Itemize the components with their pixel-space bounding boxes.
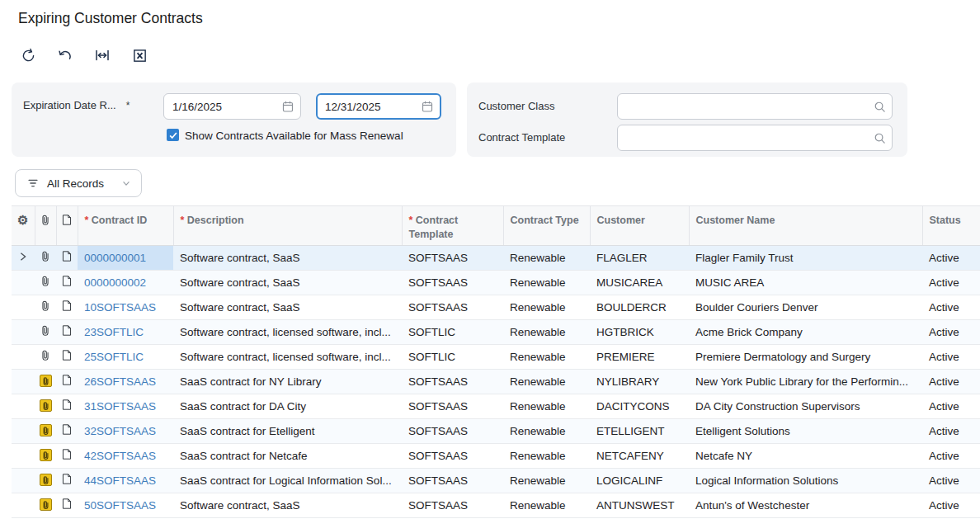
cell-contract-type[interactable]: Renewable — [503, 295, 590, 319]
cell-status[interactable]: Active — [922, 270, 980, 295]
cell-contract-template[interactable]: SOFTSAAS — [402, 468, 503, 493]
note-icon-button[interactable] — [61, 277, 73, 290]
table-row[interactable]: 25SOFTLICSoftware contract, licensed sof… — [12, 344, 980, 369]
attachment-cell[interactable] — [35, 245, 56, 270]
contract-id-link[interactable]: 50SOFTSAAS — [84, 499, 156, 512]
cell-status[interactable]: Active — [922, 319, 980, 344]
cell-contract-id[interactable]: 0000000001 — [78, 245, 173, 270]
table-row[interactable]: 44SOFTSAASSaaS contract for Logical Info… — [12, 468, 980, 493]
cell-customer[interactable]: ETELLIGENT — [590, 418, 689, 443]
attachment-icon[interactable] — [40, 327, 51, 339]
row-expander-cell[interactable] — [12, 245, 35, 270]
attachment-icon[interactable] — [40, 302, 51, 314]
cell-customer[interactable]: LOGICALINF — [590, 468, 689, 493]
cell-status[interactable]: Active — [922, 443, 980, 468]
table-row[interactable]: 32SOFTSAASSaaS contract for EtelligentSO… — [12, 418, 980, 443]
column-header-customer[interactable]: Customer — [590, 206, 689, 246]
customer-class-input[interactable] — [618, 101, 867, 113]
cell-contract-id[interactable]: 50SOFTSAAS — [78, 493, 173, 517]
cell-status[interactable]: Active — [922, 493, 980, 517]
cell-status[interactable]: Active — [922, 369, 980, 394]
cell-description[interactable]: Software contract, SaaS — [173, 245, 402, 270]
cell-contract-template[interactable]: SOFTLIC — [402, 344, 503, 369]
contract-template-input[interactable] — [618, 132, 867, 144]
note-cell[interactable] — [56, 245, 78, 270]
contract-id-link[interactable]: 32SOFTSAAS — [84, 425, 156, 437]
cell-contract-template[interactable]: SOFTSAAS — [402, 493, 503, 517]
note-icon-button[interactable] — [61, 352, 73, 364]
note-cell[interactable] — [56, 270, 78, 295]
cell-customer[interactable]: NYLIBRARY — [590, 369, 689, 394]
column-header-contract-template[interactable]: * Contract Template — [402, 206, 503, 246]
cell-customer-name[interactable]: Premiere Dermatology and Surgery — [689, 344, 922, 369]
table-row[interactable]: 0000000001Software contract, SaaSSOFTSAA… — [12, 245, 980, 270]
attachment-icon[interactable] — [40, 277, 51, 290]
cell-description[interactable]: SaaS contract for Logical Information So… — [173, 468, 402, 493]
cell-contract-id[interactable]: 25SOFTLIC — [78, 344, 173, 369]
contract-template-lookup-button[interactable] — [867, 125, 892, 150]
cell-contract-id[interactable]: 23SOFTLIC — [78, 319, 173, 344]
note-icon-button[interactable] — [61, 302, 73, 314]
note-cell[interactable] — [56, 369, 78, 394]
attachment-cell[interactable] — [35, 295, 56, 319]
note-icon-button[interactable] — [61, 252, 73, 265]
note-cell[interactable] — [56, 394, 78, 418]
table-row[interactable]: 10SOFTSAASSoftware contract, SaaSSOFTSAA… — [12, 295, 980, 319]
cell-contract-id[interactable]: 10SOFTSAAS — [78, 295, 173, 319]
cell-status[interactable]: Active — [922, 468, 980, 493]
cell-contract-template[interactable]: SOFTSAAS — [402, 418, 503, 443]
attachment-cell[interactable] — [35, 443, 56, 468]
contract-id-link[interactable]: 23SOFTLIC — [84, 326, 144, 338]
cell-contract-id[interactable]: 42SOFTSAAS — [78, 443, 173, 468]
attachment-icon[interactable] — [40, 252, 51, 265]
cell-contract-id[interactable]: 0000000002 — [78, 270, 173, 295]
cell-description[interactable]: Software contract, SaaS — [173, 493, 402, 517]
cell-contract-template[interactable]: SOFTSAAS — [402, 295, 503, 319]
cell-contract-type[interactable]: Renewable — [503, 468, 590, 493]
contract-id-link[interactable]: 10SOFTSAAS — [84, 301, 156, 314]
attachment-cell[interactable] — [35, 319, 56, 344]
note-icon-button[interactable] — [61, 376, 73, 389]
attachment-cell[interactable] — [35, 394, 56, 418]
note-cell[interactable] — [56, 319, 78, 344]
attachment-filled-icon[interactable] — [40, 449, 52, 461]
contract-id-link[interactable]: 26SOFTSAAS — [84, 375, 156, 388]
cell-contract-id[interactable]: 31SOFTSAAS — [78, 394, 173, 418]
cell-contract-template[interactable]: SOFTSAAS — [402, 443, 503, 468]
grid-settings-header[interactable]: ⚙ — [12, 206, 35, 246]
cell-contract-template[interactable]: SOFTSAAS — [402, 245, 503, 270]
cell-customer[interactable]: HGTBRICK — [590, 319, 689, 344]
cell-status[interactable]: Active — [922, 418, 980, 443]
cell-customer-name[interactable]: Etelligent Solutions — [689, 418, 922, 443]
column-header-contract-type[interactable]: Contract Type — [503, 206, 590, 246]
cell-status[interactable]: Active — [922, 295, 980, 319]
attachment-filled-icon[interactable] — [40, 474, 52, 486]
cell-contract-template[interactable]: SOFTSAAS — [402, 394, 503, 418]
cell-customer[interactable]: BOULDERCR — [590, 295, 689, 319]
note-cell[interactable] — [56, 468, 78, 493]
cell-description[interactable]: Software contract, licensed software, in… — [173, 319, 402, 344]
cell-contract-type[interactable]: Renewable — [503, 319, 590, 344]
mass-renewal-checkbox[interactable] — [167, 129, 179, 141]
column-header-contract-id[interactable]: * Contract ID — [78, 206, 173, 246]
attachment-cell[interactable] — [35, 344, 56, 369]
table-row[interactable]: 23SOFTLICSoftware contract, licensed sof… — [12, 319, 980, 344]
date-to-input[interactable] — [318, 101, 415, 113]
attachment-filled-icon[interactable] — [40, 498, 52, 511]
cell-customer-name[interactable]: Acme Brick Company — [689, 319, 922, 344]
date-to-calendar-button[interactable] — [415, 95, 440, 118]
cell-customer-name[interactable]: Antun's of Westchester — [689, 493, 922, 517]
cell-customer[interactable]: PREMIERE — [590, 344, 689, 369]
note-icon-button[interactable] — [61, 475, 73, 488]
attachment-cell[interactable] — [35, 468, 56, 493]
cell-customer[interactable]: ANTUNSWEST — [590, 493, 689, 517]
column-header-customer-name[interactable]: Customer Name — [689, 206, 922, 246]
cell-description[interactable]: SaaS contract for NY Library — [173, 369, 402, 394]
cell-customer[interactable]: FLAGLER — [590, 245, 689, 270]
cell-description[interactable]: SaaS contract for Etelligent — [173, 418, 402, 443]
cell-customer-name[interactable]: New York Public Library for the Performi… — [689, 369, 922, 394]
table-row[interactable]: 26SOFTSAASSaaS contract for NY LibrarySO… — [12, 369, 980, 394]
cell-status[interactable]: Active — [922, 394, 980, 418]
attachment-cell[interactable] — [35, 270, 56, 295]
contract-id-link[interactable]: 0000000002 — [84, 276, 146, 289]
